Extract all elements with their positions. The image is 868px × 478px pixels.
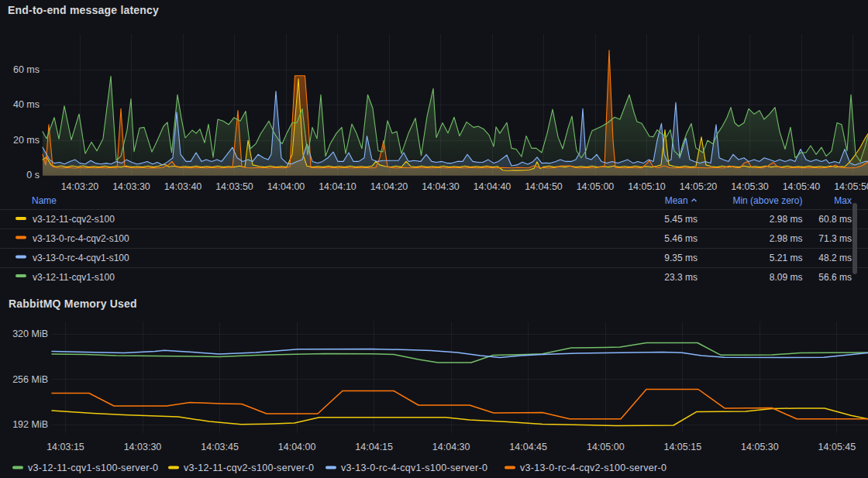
svg-text:v3-12-11-cqv1-s100-server-0: v3-12-11-cqv1-s100-server-0 <box>28 463 158 473</box>
svg-text:14:04:45: 14:04:45 <box>509 442 547 452</box>
svg-text:14:03:30: 14:03:30 <box>112 181 150 192</box>
svg-text:14:03:30: 14:03:30 <box>124 442 162 452</box>
svg-text:14:04:30: 14:04:30 <box>422 181 460 192</box>
svg-text:0 s: 0 s <box>26 170 40 181</box>
svg-text:14:05:00: 14:05:00 <box>577 181 615 192</box>
svg-text:14:05:10: 14:05:10 <box>628 181 666 192</box>
svg-text:14:03:15: 14:03:15 <box>46 442 84 452</box>
svg-text:v3-12-11-cqv2-s100-server-0: v3-12-11-cqv2-s100-server-0 <box>184 463 314 473</box>
svg-text:14:05:20: 14:05:20 <box>680 181 718 192</box>
svg-text:v3-13-0-rc-4-cqv2-s100-server-: v3-13-0-rc-4-cqv2-s100-server-0 <box>520 463 666 473</box>
svg-text:14:03:40: 14:03:40 <box>164 181 202 192</box>
svg-text:14:04:00: 14:04:00 <box>278 442 316 452</box>
svg-text:14:04:40: 14:04:40 <box>474 181 512 192</box>
svg-text:14:03:50: 14:03:50 <box>215 181 253 192</box>
svg-text:14:03:45: 14:03:45 <box>201 442 239 452</box>
svg-text:256 MiB: 256 MiB <box>12 374 48 385</box>
svg-text:192 MiB: 192 MiB <box>12 419 48 430</box>
svg-text:v3-13-0-rc-4-cqv1-s100-server-: v3-13-0-rc-4-cqv1-s100-server-0 <box>341 463 487 473</box>
svg-text:14:04:20: 14:04:20 <box>370 181 408 192</box>
svg-text:60 ms: 60 ms <box>13 64 40 75</box>
svg-text:14:05:45: 14:05:45 <box>818 442 856 452</box>
svg-text:14:04:50: 14:04:50 <box>525 181 563 192</box>
svg-text:14:04:30: 14:04:30 <box>432 442 470 452</box>
svg-text:14:04:00: 14:04:00 <box>267 181 305 192</box>
svg-text:14:05:30: 14:05:30 <box>741 442 779 452</box>
svg-text:14:04:15: 14:04:15 <box>355 442 393 452</box>
svg-text:320 MiB: 320 MiB <box>12 328 48 339</box>
svg-text:14:05:15: 14:05:15 <box>663 442 701 452</box>
svg-text:14:05:00: 14:05:00 <box>587 442 625 452</box>
svg-text:14:04:10: 14:04:10 <box>319 181 356 192</box>
svg-text:14:05:30: 14:05:30 <box>731 181 769 192</box>
svg-text:14:05:50: 14:05:50 <box>834 181 868 192</box>
svg-text:14:03:20: 14:03:20 <box>61 181 99 192</box>
svg-text:40 ms: 40 ms <box>13 99 40 110</box>
svg-text:20 ms: 20 ms <box>13 135 40 146</box>
svg-text:14:05:40: 14:05:40 <box>783 181 821 192</box>
